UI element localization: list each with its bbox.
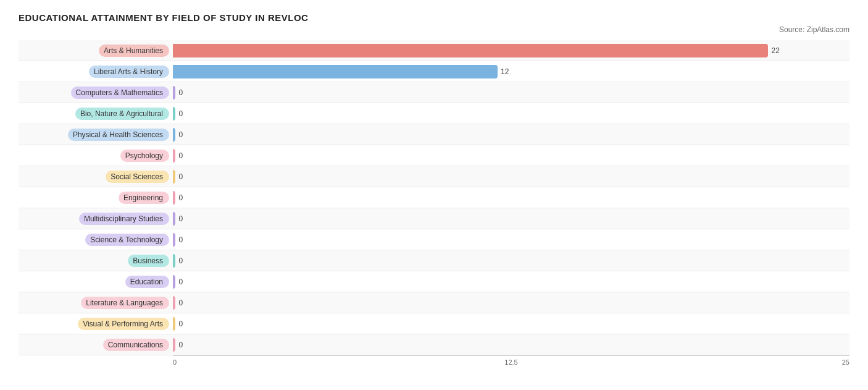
bar-row: Science & Technology0 bbox=[19, 229, 849, 250]
bar-label: Engineering bbox=[19, 192, 173, 204]
bar-row: Social Sciences0 bbox=[19, 166, 849, 187]
bar-value-label: 0 bbox=[178, 256, 183, 265]
bar-value-label: 0 bbox=[178, 88, 183, 97]
bar-container: 0 bbox=[173, 317, 849, 331]
bar-row: Visual & Performing Arts0 bbox=[19, 313, 849, 334]
bar-label: Liberal Arts & History bbox=[19, 66, 173, 78]
x-axis-tick: 12.5 bbox=[504, 358, 517, 366]
bar-fill bbox=[173, 296, 175, 310]
bar-row: Education0 bbox=[19, 271, 849, 292]
bar-label: Communications bbox=[19, 339, 173, 351]
chart-area: Arts & Humanities22Liberal Arts & Histor… bbox=[19, 40, 849, 355]
bar-value-label: 0 bbox=[178, 278, 183, 286]
bar-container: 0 bbox=[173, 107, 849, 121]
bar-value-label: 0 bbox=[178, 193, 183, 202]
bar-fill bbox=[173, 254, 175, 268]
bar-fill bbox=[173, 317, 175, 331]
bar-value-label: 0 bbox=[178, 320, 183, 328]
bar-label-text: Engineering bbox=[119, 192, 169, 204]
bar-row: Communications0 bbox=[19, 334, 849, 355]
bar-container: 0 bbox=[173, 338, 849, 352]
bar-fill bbox=[173, 170, 175, 184]
bar-row: Engineering0 bbox=[19, 187, 849, 208]
bar-fill bbox=[173, 338, 175, 352]
bar-value-label: 0 bbox=[178, 130, 183, 139]
bar-value-label: 22 bbox=[771, 46, 779, 55]
chart-title: EDUCATIONAL ATTAINMENT BY FIELD OF STUDY… bbox=[19, 12, 849, 23]
bar-container: 12 bbox=[173, 65, 849, 78]
bar-fill bbox=[173, 191, 175, 205]
bar-fill bbox=[173, 275, 175, 289]
bar-container: 0 bbox=[173, 149, 849, 163]
bar-value-label: 0 bbox=[178, 214, 183, 223]
bar-value-label: 0 bbox=[178, 151, 183, 160]
bar-row: Bio, Nature & Agricultural0 bbox=[19, 103, 849, 124]
bar-label-text: Arts & Humanities bbox=[99, 45, 169, 57]
bar-fill bbox=[173, 86, 175, 100]
bar-container: 0 bbox=[173, 128, 849, 142]
bar-value-label: 0 bbox=[178, 299, 183, 307]
bar-value-label: 0 bbox=[178, 341, 183, 349]
bar-label-text: Multidisciplinary Studies bbox=[79, 213, 169, 225]
bar-row: Arts & Humanities22 bbox=[19, 40, 849, 61]
bar-value-label: 12 bbox=[501, 67, 509, 76]
bar-container: 0 bbox=[173, 212, 849, 226]
bar-fill bbox=[173, 65, 498, 78]
bar-label: Science & Technology bbox=[19, 234, 173, 246]
bar-label-text: Education bbox=[125, 276, 169, 288]
bar-fill bbox=[173, 107, 175, 121]
bar-fill bbox=[173, 44, 768, 57]
bar-label: Multidisciplinary Studies bbox=[19, 213, 173, 225]
bar-label: Business bbox=[19, 255, 173, 267]
bar-value-label: 0 bbox=[178, 109, 183, 118]
bar-row: Liberal Arts & History12 bbox=[19, 61, 849, 82]
bar-label: Social Sciences bbox=[19, 171, 173, 183]
bar-container: 0 bbox=[173, 233, 849, 247]
bar-row: Multidisciplinary Studies0 bbox=[19, 208, 849, 229]
x-axis: 012.525 bbox=[173, 355, 849, 366]
bar-label-text: Psychology bbox=[120, 150, 169, 162]
bar-label: Literature & Languages bbox=[19, 297, 173, 309]
bar-label-text: Bio, Nature & Agricultural bbox=[75, 108, 169, 120]
bar-container: 0 bbox=[173, 254, 849, 268]
bar-label-text: Computers & Mathematics bbox=[71, 87, 169, 99]
bar-label-text: Visual & Performing Arts bbox=[78, 318, 169, 330]
source-text: Source: ZipAtlas.com bbox=[19, 25, 849, 34]
bar-label-text: Literature & Languages bbox=[81, 297, 169, 309]
bar-label-text: Communications bbox=[103, 339, 169, 351]
bar-container: 0 bbox=[173, 86, 849, 100]
bar-value-label: 0 bbox=[178, 172, 183, 181]
bar-label: Arts & Humanities bbox=[19, 45, 173, 57]
bar-row: Psychology0 bbox=[19, 145, 849, 166]
bar-row: Literature & Languages0 bbox=[19, 292, 849, 313]
bar-fill bbox=[173, 233, 175, 247]
bar-label: Bio, Nature & Agricultural bbox=[19, 108, 173, 120]
bar-container: 22 bbox=[173, 44, 849, 57]
bar-row: Physical & Health Sciences0 bbox=[19, 124, 849, 145]
bar-value-label: 0 bbox=[178, 235, 183, 244]
bar-row: Computers & Mathematics0 bbox=[19, 82, 849, 103]
bar-row: Business0 bbox=[19, 250, 849, 271]
bar-container: 0 bbox=[173, 191, 849, 205]
bar-label: Visual & Performing Arts bbox=[19, 318, 173, 330]
bar-label: Physical & Health Sciences bbox=[19, 129, 173, 141]
bar-label: Computers & Mathematics bbox=[19, 87, 173, 99]
bar-label-text: Science & Technology bbox=[85, 234, 169, 246]
bar-fill bbox=[173, 128, 175, 142]
bar-container: 0 bbox=[173, 275, 849, 289]
bar-label-text: Physical & Health Sciences bbox=[68, 129, 169, 141]
bar-label-text: Social Sciences bbox=[106, 171, 169, 183]
x-axis-tick: 25 bbox=[842, 358, 849, 366]
bar-fill bbox=[173, 149, 175, 163]
bar-label: Psychology bbox=[19, 150, 173, 162]
bar-container: 0 bbox=[173, 296, 849, 310]
bar-label-text: Business bbox=[128, 255, 169, 267]
bar-fill bbox=[173, 212, 175, 226]
bar-container: 0 bbox=[173, 170, 849, 184]
x-axis-tick: 0 bbox=[173, 358, 177, 366]
bar-label-text: Liberal Arts & History bbox=[89, 66, 169, 78]
bar-label: Education bbox=[19, 276, 173, 288]
